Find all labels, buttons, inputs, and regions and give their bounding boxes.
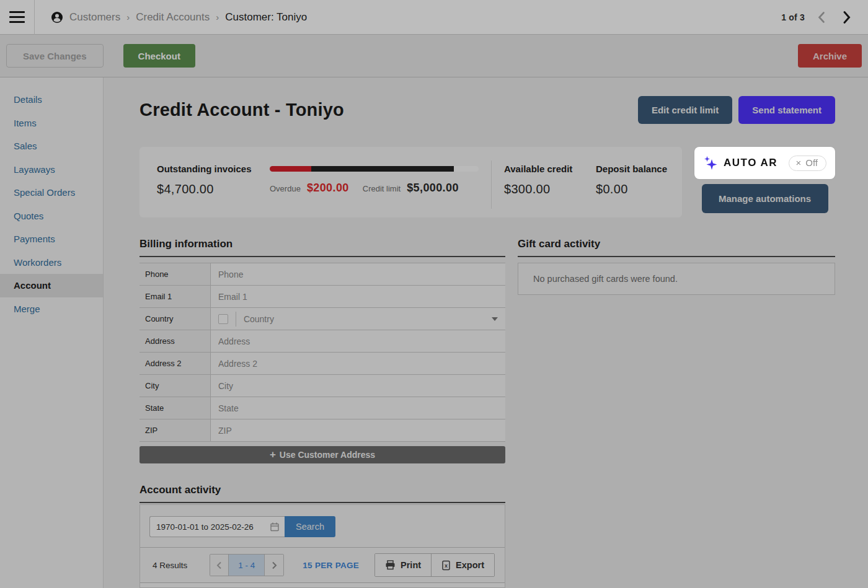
outstanding-invoices-label: Outstanding invoices (157, 164, 270, 174)
overdue-progress-segment (270, 166, 311, 172)
search-button[interactable]: Search (285, 516, 335, 537)
page-title: Credit Account - Toniyo (140, 100, 344, 120)
pagination-next-icon[interactable] (265, 555, 283, 576)
export-spreadsheet-icon: x (441, 560, 451, 571)
sidebar-item-quotes[interactable]: Quotes (0, 204, 103, 228)
export-button[interactable]: x Export (431, 554, 494, 576)
breadcrumb-separator: › (126, 12, 130, 22)
billing-row-state: State (140, 397, 505, 419)
calendar-icon (270, 522, 280, 532)
sidebar-item-layaways[interactable]: Layaways (0, 158, 103, 182)
address-input[interactable] (218, 336, 498, 346)
send-statement-button[interactable]: Send statement (738, 96, 835, 124)
sidebar-item-details[interactable]: Details (0, 88, 103, 112)
gift-card-activity-heading: Gift card activity (518, 238, 835, 257)
pagination-control: 1 - 4 (210, 554, 284, 576)
chevron-right-icon[interactable] (838, 9, 854, 25)
field-label: Address (140, 330, 211, 352)
field-label: Phone (140, 263, 211, 285)
billing-row-phone: Phone (140, 263, 505, 286)
email-input[interactable] (218, 292, 498, 302)
credit-summary-panel: Outstanding invoices $4,700.00 Overdue $… (140, 147, 682, 217)
billing-row-email: Email 1 (140, 286, 505, 308)
available-credit-value: $300.00 (504, 182, 578, 196)
sidebar-item-account[interactable]: Account (0, 274, 103, 297)
date-range-input[interactable] (156, 522, 270, 532)
overdue-label: Overdue (270, 184, 301, 193)
gift-card-activity-section: Gift card activity No purchased gift car… (518, 238, 835, 295)
field-label: Address 2 (140, 353, 211, 374)
deposit-balance-label: Deposit balance (596, 164, 667, 174)
main-content: Credit Account - Toniyo Edit credit limi… (104, 77, 868, 588)
outstanding-invoices-value: $4,700.00 (157, 182, 270, 196)
chevron-down-icon (492, 317, 498, 321)
export-label: Export (456, 560, 484, 570)
auto-ar-spotlight: AUTO AR × Off (694, 147, 835, 179)
field-label: ZIP (140, 419, 211, 441)
per-page-selector[interactable]: 15 PER PAGE (303, 561, 359, 570)
billing-row-address2: Address 2 (140, 353, 505, 375)
outstanding-progress-segment (311, 166, 453, 172)
credit-limit-label: Credit limit (363, 184, 401, 193)
billing-information-section: Billing information Phone Email 1 Countr… (140, 238, 505, 463)
state-input[interactable] (218, 403, 498, 413)
results-count: 4 Results (153, 561, 187, 570)
gift-card-empty-state: No purchased gift cards were found. (518, 263, 835, 295)
sidebar-item-merge[interactable]: Merge (0, 297, 103, 321)
sidebar-item-workorders[interactable]: Workorders (0, 251, 103, 274)
use-customer-address-button[interactable]: + Use Customer Address (140, 446, 505, 463)
field-label: Email 1 (140, 286, 211, 307)
hamburger-menu-icon[interactable] (0, 0, 35, 35)
zip-input[interactable] (218, 426, 498, 436)
billing-row-zip: ZIP (140, 419, 505, 442)
account-activity-section: Account activity Search (140, 484, 505, 588)
breadcrumb-separator: › (216, 12, 219, 22)
auto-ar-title: AUTO AR (724, 157, 777, 169)
sparkle-icon (703, 156, 718, 170)
action-toolbar: Save Changes Checkout Archive (0, 35, 868, 77)
address2-input[interactable] (218, 359, 498, 369)
save-changes-button[interactable]: Save Changes (6, 44, 104, 68)
record-pager-count: 1 of 3 (781, 12, 805, 22)
billing-row-address: Address (140, 330, 505, 353)
archive-button[interactable]: Archive (798, 44, 862, 68)
phone-input[interactable] (218, 270, 498, 279)
x-icon: × (796, 158, 802, 167)
table-cutoff-row (140, 582, 505, 587)
pagination-range[interactable]: 1 - 4 (229, 555, 265, 576)
pagination-prev-icon[interactable] (210, 555, 229, 576)
overdue-value: $200.00 (307, 182, 349, 195)
auto-ar-off-toggle[interactable]: × Off (789, 156, 827, 171)
field-label: City (140, 375, 211, 397)
country-select[interactable] (244, 314, 492, 324)
field-label: State (140, 397, 211, 419)
print-button[interactable]: Print (375, 554, 431, 576)
sidebar-item-special-orders[interactable]: Special Orders (0, 181, 103, 204)
print-label: Print (401, 560, 421, 570)
svg-text:x: x (445, 562, 448, 568)
field-label: Country (140, 308, 211, 330)
city-input[interactable] (218, 381, 498, 391)
sidebar-item-sales[interactable]: Sales (0, 134, 103, 158)
breadcrumb-current: Customer: Toniyo (225, 11, 307, 24)
chevron-left-icon[interactable] (813, 9, 830, 25)
plus-icon: + (270, 449, 276, 460)
credit-limit-value: $5,000.00 (407, 182, 459, 195)
country-checkbox[interactable] (218, 314, 228, 324)
available-credit-label: Available credit (504, 164, 578, 174)
auto-ar-toggle-label: Off (805, 157, 818, 168)
billing-form: Phone Email 1 Country (140, 263, 505, 442)
checkout-button[interactable]: Checkout (123, 44, 195, 68)
customer-avatar-icon (51, 11, 63, 24)
sidebar-item-payments[interactable]: Payments (0, 227, 103, 251)
printer-icon (385, 560, 396, 570)
breadcrumb-customers[interactable]: Customers (69, 11, 120, 24)
edit-credit-limit-button[interactable]: Edit credit limit (638, 96, 732, 124)
billing-information-heading: Billing information (140, 238, 505, 257)
billing-row-city: City (140, 375, 505, 397)
breadcrumb-credit-accounts[interactable]: Credit Accounts (136, 11, 210, 24)
sidebar-item-items[interactable]: Items (0, 112, 103, 135)
use-customer-address-label: Use Customer Address (280, 450, 375, 460)
manage-automations-button[interactable]: Manage automations (702, 184, 828, 213)
breadcrumb: Customers › Credit Accounts › Customer: … (51, 11, 307, 24)
